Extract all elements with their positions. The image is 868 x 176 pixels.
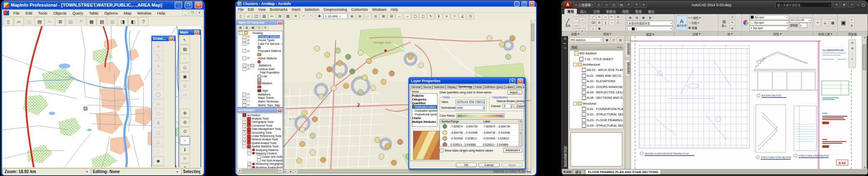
expand-icon[interactable]: − (242, 49, 246, 53)
expand-icon[interactable] (578, 124, 581, 127)
toolbar-button[interactable]: ▤ (35, 17, 45, 26)
block-tool-icon[interactable]: ✎ (730, 20, 735, 25)
quick-access-button[interactable]: ▯ (596, 2, 602, 8)
toolbox-label[interactable]: Analysis Tools (252, 117, 269, 120)
sheetset-toolbar-button[interactable]: ◫ (611, 37, 617, 43)
toolbar-button[interactable]: ↷ (308, 13, 315, 20)
menu-item[interactable]: Query (69, 10, 86, 16)
expand-icon[interactable] (249, 46, 252, 49)
drawing-toolbar-titlebar[interactable]: Drawi... ✕ (152, 36, 175, 41)
dimension-tool[interactable]: ⟷线性 ▾ (688, 15, 701, 20)
expand-icon[interactable] (249, 75, 252, 78)
modify-tool-icon[interactable]: ⌁ (609, 20, 615, 25)
main-tool-button[interactable]: ⊙ (180, 127, 190, 136)
layer-tool-icon[interactable]: ▥ (634, 15, 640, 20)
toolbox-row[interactable]: − Mapping Clusters (237, 152, 282, 155)
close-icon[interactable]: ✕ (194, 30, 199, 35)
main-tool-button[interactable]: ⊖ (180, 118, 190, 127)
legend-row[interactable]: -0.910945 - 0.529512 -0.910945 - 0.52951… (440, 136, 522, 142)
dialog-tab[interactable]: Symbology (457, 84, 474, 88)
drawing-tool-button[interactable]: ◻ (153, 128, 164, 137)
show-item[interactable]: Graduated colors (412, 105, 437, 109)
sheet-label[interactable]: S-03 - FLOOR FRAMING... (587, 118, 623, 122)
panel-label[interactable]: 修改 ▾ (589, 31, 626, 36)
toc-toolbar-button[interactable]: ▦ (250, 25, 256, 30)
menu-item[interactable]: Edit (246, 7, 256, 12)
show-item[interactable]: Quantities (412, 101, 437, 105)
expand-icon[interactable] (578, 86, 581, 88)
tool-button[interactable]: ⊖ (356, 13, 364, 20)
menu-item[interactable]: Help (154, 10, 168, 16)
toolbox-label[interactable]: Spatial Analyst Tools (252, 142, 277, 144)
expand-icon[interactable] (576, 58, 579, 61)
infocenter-button[interactable]: ? (848, 2, 855, 8)
col-label[interactable]: Label (483, 120, 490, 123)
menu-item[interactable]: Help (388, 7, 400, 12)
menu-item[interactable]: Window (134, 10, 154, 16)
expand-icon[interactable]: + (242, 35, 246, 39)
tool-button[interactable]: ℹ (435, 13, 443, 20)
toolbar-button[interactable]: ✕ (292, 13, 299, 20)
legend-row[interactable]: 0.529513 - 3.040886 0.529513 - 3.040886 (440, 142, 522, 147)
menu-item[interactable]: Edit (22, 10, 35, 16)
drawing-tool-button[interactable]: ▱ (153, 80, 164, 89)
classes-combo[interactable]: 5▾ (502, 104, 512, 108)
expand-icon[interactable] (578, 74, 581, 77)
expand-icon[interactable]: + (242, 96, 246, 100)
toolbox-label[interactable]: Measuring Geographic Distributions (256, 162, 283, 165)
expand-icon[interactable]: − (239, 31, 242, 35)
close-icon[interactable]: ✕ (564, 37, 566, 41)
close-icon[interactable]: ✕ (169, 37, 174, 41)
close-icon[interactable]: ✕ (517, 78, 523, 84)
dialog-tab[interactable]: Selection (433, 85, 446, 89)
toolbox-row[interactable]: Hot Spot Analysis (Getis-Ord Gi*) (237, 159, 282, 162)
layout-tab-arrows[interactable]: ◀ ◀ ▶ (563, 170, 571, 174)
model-tab[interactable]: 模型 (572, 169, 584, 174)
draw-tool-icon[interactable]: ⌒ (573, 17, 579, 22)
menu-item[interactable]: Customize (349, 7, 370, 12)
toolbox-hscrollbar[interactable]: ◄ ► (237, 168, 283, 173)
main-tool-button[interactable]: ▭ (180, 90, 190, 99)
drawing-tool-button[interactable]: ▢ (153, 109, 164, 118)
show-item[interactable]: Graduated symbols (412, 109, 437, 112)
dialog-tab[interactable]: Source (422, 85, 433, 89)
tool-button[interactable]: ▢ (411, 13, 419, 20)
drawing-tool-button[interactable]: △ (153, 137, 164, 147)
quick-access-button[interactable]: ↶ (626, 2, 632, 8)
ribbon-tab[interactable]: 注释 (590, 9, 603, 14)
pan-icon[interactable]: ✛ (851, 41, 854, 45)
block-tool-icon[interactable]: ⊡ (730, 14, 735, 20)
tool-button[interactable]: ◻ (419, 13, 427, 20)
auto-hide-icon[interactable]: ⇤ (564, 42, 566, 45)
toc-layer-row[interactable]: + ☑ House Types (237, 38, 282, 42)
sheet-row[interactable]: T-01 - TITLE SHEET (570, 56, 623, 61)
expand-icon[interactable] (249, 82, 252, 85)
toc-toolbar-button[interactable]: ▤ (237, 25, 243, 30)
layer-label[interactable]: Active Stations (258, 57, 277, 60)
arcmap-map-area[interactable]: 2 Heritage Park Harrison Field Park W 7t… (236, 20, 534, 174)
expand-icon[interactable]: − (242, 144, 246, 148)
sheet-row[interactable]: − Architectural (570, 62, 623, 67)
workspace-combo[interactable]: ◉三维建模▾ (573, 2, 594, 8)
layer-tool-icon[interactable]: ▦ (640, 15, 646, 20)
toc-layer-row[interactable]: − ☑ Census 2040 (237, 67, 282, 71)
toolbar-button[interactable]: ▤ (260, 13, 268, 20)
toc-layer-row[interactable]: + ☑ World_Topo_Map (237, 103, 282, 107)
layer-label[interactable]: Low (262, 75, 267, 78)
sheet-row[interactable]: IRD Addition (570, 51, 623, 56)
map-vscrollbar[interactable] (531, 20, 534, 170)
main-tool-button[interactable]: ◎ (180, 81, 190, 90)
drawing-tool-button[interactable]: A (153, 118, 164, 127)
expand-icon[interactable]: − (242, 67, 246, 71)
tool-button[interactable]: ⌖ (443, 13, 450, 20)
sheet-row[interactable]: A-01 - MAIN AND SECO... (570, 73, 623, 78)
sheetset-toolbar-button[interactable]: ▦ (604, 37, 610, 43)
layer-checkbox[interactable]: ☑ (247, 67, 250, 71)
draw-tool-icon[interactable]: ▱ (579, 17, 585, 22)
toolbar-button[interactable]: ▥ (107, 17, 117, 26)
panel-label[interactable]: 特性 ▾ (742, 31, 813, 36)
layer-checkbox[interactable]: ☐ (247, 96, 250, 100)
expand-icon[interactable]: − (242, 56, 246, 60)
expand-icon[interactable] (249, 53, 252, 56)
toolbox-label[interactable]: Network Analyst Tools (252, 138, 278, 141)
